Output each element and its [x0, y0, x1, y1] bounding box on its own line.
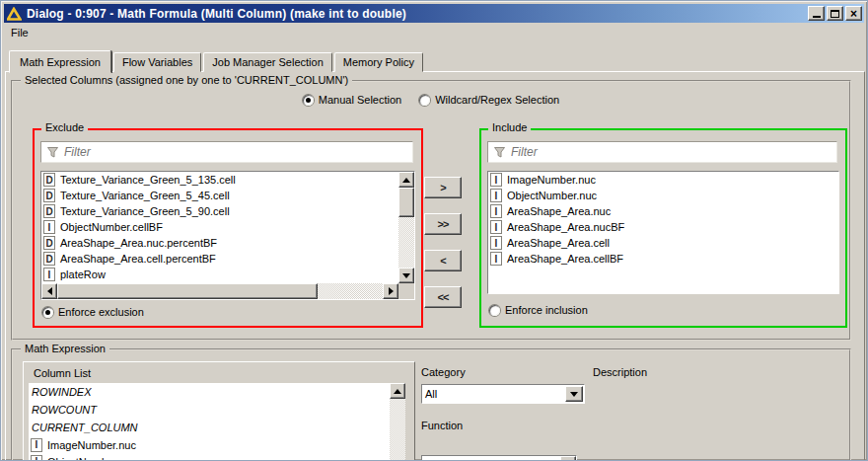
tab-memory-policy[interactable]: Memory Policy	[334, 52, 423, 72]
menu-file[interactable]: File	[5, 25, 35, 40]
tab-strip: Math Expression Flow Variables Job Manag…	[9, 49, 425, 72]
tab-flow-variables[interactable]: Flow Variables	[113, 52, 201, 72]
minimize-button[interactable]	[808, 6, 825, 21]
dialog-window: Dialog - 0:907 - Math Formula (Multi Col…	[0, 0, 868, 461]
menu-bar: File	[5, 24, 35, 41]
minimize-icon	[813, 16, 821, 18]
tab-content-panel	[5, 71, 865, 461]
maximize-icon	[831, 10, 839, 18]
knime-triangle-icon	[7, 7, 22, 21]
close-button[interactable]: ×	[845, 6, 862, 21]
close-icon: ×	[850, 9, 857, 19]
tab-math-expression[interactable]: Math Expression	[9, 50, 111, 73]
title-bar: Dialog - 0:907 - Math Formula (Multi Col…	[4, 4, 864, 23]
window-title: Dialog - 0:907 - Math Formula (Multi Col…	[27, 7, 406, 21]
maximize-button[interactable]	[827, 6, 843, 21]
tab-job-manager-selection[interactable]: Job Manager Selection	[203, 52, 332, 72]
